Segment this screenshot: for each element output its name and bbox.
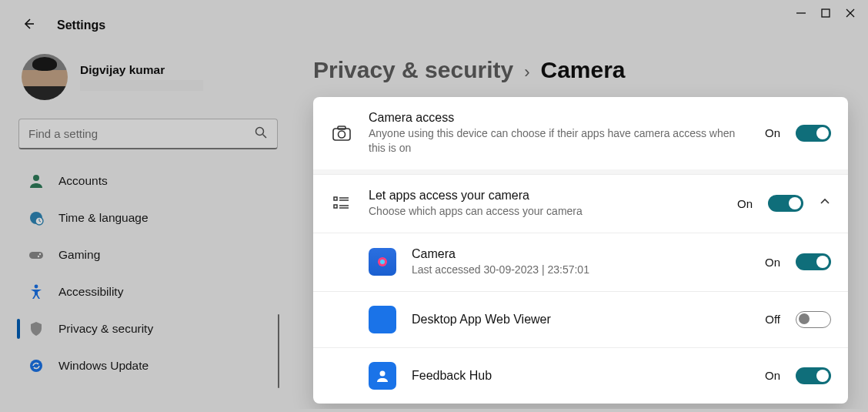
app-icon-feedback-hub <box>369 362 396 390</box>
svg-rect-1 <box>822 9 830 17</box>
app-subtitle: Last accessed 30-09-2023 | 23:57:01 <box>412 263 743 277</box>
profile-name: Digvijay kumar <box>80 63 203 77</box>
maximize-button[interactable] <box>820 8 831 22</box>
shield-icon <box>28 320 45 337</box>
gamepad-icon <box>28 246 45 263</box>
toggle-state-label: On <box>731 197 753 210</box>
close-button[interactable] <box>845 8 856 22</box>
sidebar-nav: Accounts Time & language Gaming Accessib… <box>17 163 279 384</box>
avatar <box>22 54 68 100</box>
accessibility-icon <box>28 283 45 300</box>
sidebar: Digvijay kumar Accounts Time & language … <box>0 40 289 409</box>
svg-rect-21 <box>334 205 337 208</box>
sidebar-item-label: Gaming <box>58 248 100 262</box>
sidebar-item-label: Accessibility <box>58 285 123 299</box>
sidebar-item-accessibility[interactable]: Accessibility <box>17 274 279 310</box>
sidebar-item-accounts[interactable]: Accounts <box>17 163 279 199</box>
svg-point-5 <box>256 127 264 135</box>
svg-point-27 <box>380 260 385 264</box>
search-input[interactable] <box>28 127 254 140</box>
sidebar-item-label: Windows Update <box>58 359 149 373</box>
row-subtitle: Anyone using this device can choose if t… <box>369 126 743 156</box>
profile-email-placeholder <box>80 80 203 91</box>
svg-point-7 <box>33 175 39 181</box>
breadcrumb: Privacy & security › Camera <box>313 57 848 83</box>
svg-line-6 <box>263 134 267 138</box>
sidebar-item-gaming[interactable]: Gaming <box>17 237 279 273</box>
toggle-state-label: On <box>759 256 780 269</box>
apps-access-toggle[interactable] <box>768 195 803 212</box>
svg-point-16 <box>30 360 42 372</box>
app-icon-camera <box>369 248 396 276</box>
row-title: Let apps access your camera <box>369 189 716 203</box>
sidebar-item-label: Accounts <box>58 174 108 188</box>
app-name: Desktop App Web Viewer <box>412 313 743 327</box>
toggle-state-label: On <box>759 126 780 139</box>
main-content: Privacy & security › Camera Camera acces… <box>289 40 868 409</box>
svg-rect-19 <box>338 126 346 129</box>
svg-point-15 <box>35 285 38 289</box>
settings-panel: Camera access Anyone using this device c… <box>313 97 848 404</box>
camera-access-toggle[interactable] <box>796 125 831 142</box>
minimize-button[interactable] <box>796 8 806 22</box>
search-icon <box>254 126 268 142</box>
row-subtitle: Choose which apps can access your camera <box>369 204 716 219</box>
app-header: Settings <box>0 0 868 40</box>
back-button[interactable] <box>22 17 35 34</box>
svg-point-28 <box>380 370 386 376</box>
profile-block[interactable]: Digvijay kumar <box>17 43 279 114</box>
sidebar-item-time-language[interactable]: Time & language <box>17 200 279 236</box>
chevron-up-icon[interactable] <box>819 196 831 211</box>
list-icon <box>330 194 353 213</box>
svg-point-18 <box>339 131 346 138</box>
app-feedback-hub-toggle[interactable] <box>796 367 831 384</box>
app-row-feedback-hub: Feedback Hub On <box>313 347 848 404</box>
toggle-state-label: On <box>759 369 780 382</box>
breadcrumb-current: Camera <box>540 57 625 83</box>
window-controls <box>783 0 868 29</box>
app-row-desktop-web-viewer: Desktop App Web Viewer Off <box>313 291 848 347</box>
search-box[interactable] <box>18 119 278 149</box>
sidebar-item-label: Privacy & security <box>58 322 153 336</box>
svg-point-14 <box>38 256 39 257</box>
toggle-state-label: Off <box>759 313 780 326</box>
app-camera-toggle[interactable] <box>796 253 831 270</box>
app-name: Feedback Hub <box>412 369 743 383</box>
app-name: Camera <box>412 247 743 261</box>
sidebar-item-windows-update[interactable]: Windows Update <box>17 348 279 384</box>
person-icon <box>28 173 45 189</box>
row-apps-access[interactable]: Let apps access your camera Choose which… <box>313 174 848 233</box>
app-desktop-web-viewer-toggle[interactable] <box>796 311 831 328</box>
row-camera-access: Camera access Anyone using this device c… <box>313 97 848 169</box>
camera-icon <box>330 123 353 143</box>
sidebar-item-label: Time & language <box>58 211 149 225</box>
row-title: Camera access <box>369 111 743 125</box>
svg-rect-20 <box>334 197 337 200</box>
app-title: Settings <box>57 18 105 32</box>
sidebar-scrollbar[interactable] <box>278 314 279 388</box>
app-icon-generic <box>369 306 396 333</box>
chevron-right-icon: › <box>524 62 529 82</box>
app-row-camera: Camera Last accessed 30-09-2023 | 23:57:… <box>313 233 848 291</box>
update-icon <box>28 357 45 374</box>
sidebar-item-privacy-security[interactable]: Privacy & security <box>17 311 279 347</box>
globe-clock-icon <box>28 209 45 226</box>
svg-point-13 <box>39 253 41 255</box>
svg-rect-12 <box>29 252 43 259</box>
breadcrumb-parent[interactable]: Privacy & security <box>313 57 513 83</box>
